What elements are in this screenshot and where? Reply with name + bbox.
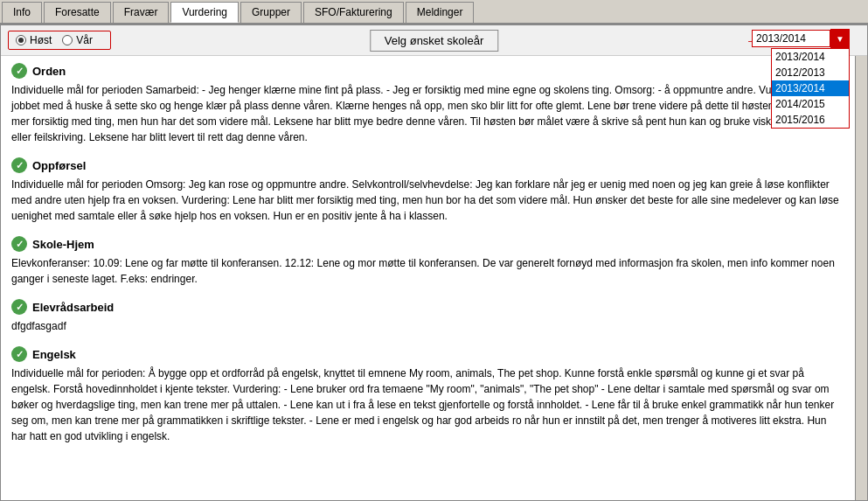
radio-host[interactable]: Høst bbox=[16, 34, 52, 46]
section-orden-label: Orden bbox=[32, 65, 66, 78]
tab-foresatte[interactable]: Foresatte bbox=[44, 2, 111, 23]
section-skole-hjem-label: Skole-Hjem bbox=[32, 238, 94, 251]
radio-var-circle bbox=[62, 35, 73, 45]
check-icon-orden: ✓ bbox=[11, 63, 27, 79]
tab-meldinger[interactable]: Meldinger bbox=[406, 2, 475, 23]
year-option-3[interactable]: 2014/2015 bbox=[772, 96, 849, 112]
school-year-current[interactable]: 2013/2014 bbox=[752, 30, 830, 47]
radio-var[interactable]: Vår bbox=[62, 34, 93, 46]
year-option-2[interactable]: 2013/2014 bbox=[772, 80, 849, 96]
year-option-1[interactable]: 2012/2013 bbox=[772, 65, 849, 80]
section-skole-hjem-title: ✓ Skole-Hjem bbox=[11, 236, 844, 252]
section-skole-hjem-text: Elevkonferanser: 10.09: Lene og far møtt… bbox=[11, 255, 844, 287]
content-wrapper: ✓ Orden Individuelle mål for perioden Sa… bbox=[1, 56, 867, 500]
section-engelsk-label: Engelsk bbox=[32, 348, 76, 361]
check-icon-elevraadsarbeid: ✓ bbox=[11, 299, 27, 315]
section-elevraadsarbeid-label: Elevrådsarbeid bbox=[32, 301, 114, 314]
section-oppforsel-text: Individuelle mål for perioden Omsorg: Je… bbox=[11, 177, 844, 224]
section-elevraadsarbeid: ✓ Elevrådsarbeid dfgdfasgadf bbox=[11, 299, 844, 334]
section-engelsk-title: ✓ Engelsk bbox=[11, 346, 844, 362]
year-option-4[interactable]: 2015/2016 bbox=[772, 112, 849, 128]
section-skole-hjem: ✓ Skole-Hjem Elevkonferanser: 10.09: Len… bbox=[11, 236, 844, 287]
tab-fravaer[interactable]: Fravær bbox=[113, 2, 170, 23]
section-oppforsel-title: ✓ Oppførsel bbox=[11, 157, 844, 173]
section-elevraadsarbeid-title: ✓ Elevrådsarbeid bbox=[11, 299, 844, 315]
dropdown-arrow-icon[interactable]: ▼ bbox=[830, 29, 850, 48]
radio-var-label: Vår bbox=[76, 34, 93, 46]
school-year-header: 2013/2014 ▼ bbox=[752, 29, 850, 48]
section-engelsk-text: Individuelle mål for perioden: Å bygge o… bbox=[11, 365, 844, 444]
section-oppforsel-label: Oppførsel bbox=[32, 159, 86, 172]
section-orden-title: ✓ Orden bbox=[11, 63, 844, 79]
school-year-box: 2013/2014 ▼ 2013/2014 2012/2013 2013/201… bbox=[752, 29, 850, 48]
section-orden: ✓ Orden Individuelle mål for perioden Sa… bbox=[11, 63, 844, 145]
tab-info[interactable]: Info bbox=[2, 2, 42, 23]
radio-host-circle bbox=[16, 35, 26, 45]
tab-bar: Info Foresatte Fravær Vurdering Grupper … bbox=[0, 0, 868, 24]
tab-vurdering[interactable]: Vurdering bbox=[170, 2, 239, 23]
tab-sfo-fakturering[interactable]: SFO/Fakturering bbox=[303, 2, 404, 23]
section-oppforsel: ✓ Oppførsel Individuelle mål for periode… bbox=[11, 157, 844, 224]
velg-label: Velg ønsket skoleår bbox=[370, 30, 498, 52]
toolbar: Høst Vår Velg ønsket skoleår → 2013/2014… bbox=[1, 25, 867, 56]
season-group: Høst Vår bbox=[8, 31, 111, 50]
scrollbar[interactable] bbox=[855, 56, 867, 500]
section-orden-text: Individuelle mål for perioden Samarbeid:… bbox=[11, 82, 844, 145]
check-icon-oppforsel: ✓ bbox=[11, 157, 27, 173]
section-elevraadsarbeid-text: dfgdfasgadf bbox=[11, 318, 844, 334]
check-icon-skole-hjem: ✓ bbox=[11, 236, 27, 252]
section-engelsk: ✓ Engelsk Individuelle mål for perioden:… bbox=[11, 346, 844, 444]
radio-host-label: Høst bbox=[30, 34, 52, 46]
main-content: Høst Vår Velg ønsket skoleår → 2013/2014… bbox=[0, 24, 868, 501]
content-area[interactable]: ✓ Orden Individuelle mål for perioden Sa… bbox=[1, 56, 855, 500]
year-option-0[interactable]: 2013/2014 bbox=[772, 49, 849, 65]
tab-grupper[interactable]: Grupper bbox=[240, 2, 302, 23]
check-icon-engelsk: ✓ bbox=[11, 346, 27, 362]
dropdown-list: 2013/2014 2012/2013 2013/2014 2014/2015 … bbox=[771, 48, 850, 129]
